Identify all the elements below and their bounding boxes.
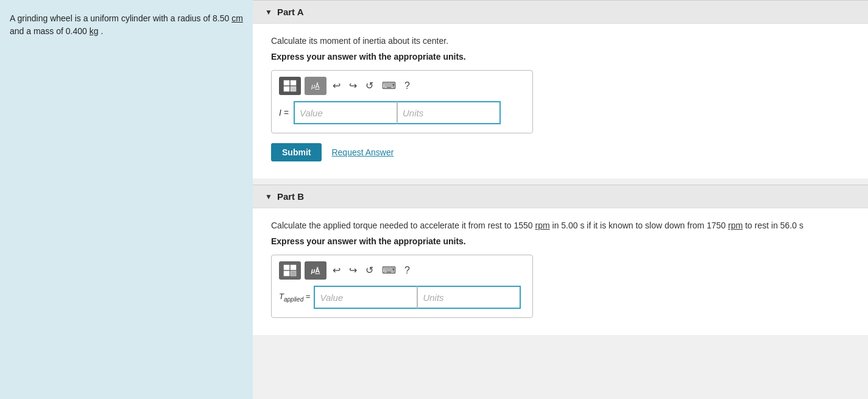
part-a-toolbar: μÅ ↩ ↪ ↺ ⌨ ? [279, 77, 525, 95]
part-a-units-input[interactable] [397, 101, 501, 124]
part-a-label: Part A [277, 7, 304, 17]
part-b-grid-btn[interactable] [279, 261, 301, 280]
part-a-ua-btn[interactable]: μÅ [305, 77, 326, 95]
part-b-input-row: Tapplied = [279, 286, 525, 309]
part-b-question: Calculate the applied torque needed to a… [271, 221, 850, 230]
part-a-action-row: Submit Request Answer [271, 143, 850, 161]
part-b-reset-btn[interactable]: ↺ [363, 264, 376, 277]
svg-rect-6 [284, 271, 289, 276]
svg-rect-5 [291, 265, 296, 270]
part-a-input-label: I = [279, 108, 289, 118]
part-a-input-row: I = [279, 101, 525, 124]
part-a-grid-btn[interactable] [279, 77, 301, 95]
sidebar: A grinding wheel is a uniform cylinder w… [0, 0, 253, 399]
part-b-express: Express your answer with the appropriate… [271, 236, 850, 246]
part-b-section: ▼ Part B Calculate the applied torque ne… [253, 185, 868, 335]
svg-rect-3 [291, 87, 296, 91]
part-b-answer-box: μÅ ↩ ↪ ↺ ⌨ ? Tapplied = [271, 255, 533, 318]
sidebar-problem-text: A grinding wheel is a uniform cylinder w… [10, 12, 243, 38]
part-a-section: ▼ Part A Calculate its moment of inertia… [253, 0, 868, 178]
svg-rect-4 [284, 265, 289, 270]
part-b-arrow-icon: ▼ [265, 192, 272, 201]
part-a-express: Express your answer with the appropriate… [271, 52, 850, 62]
part-b-undo-btn[interactable]: ↩ [330, 264, 343, 277]
part-b-header[interactable]: ▼ Part B [253, 185, 868, 208]
part-a-submit-button[interactable]: Submit [271, 143, 322, 161]
part-b-help-btn[interactable]: ? [402, 264, 412, 277]
part-b-units-input[interactable] [417, 286, 521, 309]
part-a-answer-box: μÅ ↩ ↪ ↺ ⌨ ? I = [271, 70, 533, 133]
part-b-body: Calculate the applied torque needed to a… [253, 208, 868, 335]
part-a-header[interactable]: ▼ Part A [253, 0, 868, 23]
part-a-undo-btn[interactable]: ↩ [330, 80, 343, 92]
part-b-label: Part B [277, 191, 304, 202]
part-a-reset-btn[interactable]: ↺ [363, 80, 376, 92]
part-a-help-btn[interactable]: ? [402, 80, 412, 92]
part-a-redo-btn[interactable]: ↪ [347, 80, 359, 92]
part-b-value-input[interactable] [314, 286, 417, 309]
main-content: ▼ Part A Calculate its moment of inertia… [253, 0, 868, 399]
part-a-request-answer-button[interactable]: Request Answer [331, 147, 393, 157]
svg-rect-1 [291, 80, 296, 85]
part-a-body: Calculate its moment of inertia about it… [253, 23, 868, 178]
part-a-question: Calculate its moment of inertia about it… [271, 36, 850, 46]
part-b-ua-btn[interactable]: μÅ [305, 261, 326, 280]
part-b-redo-btn[interactable]: ↪ [347, 264, 359, 277]
part-a-arrow-icon: ▼ [265, 8, 272, 16]
part-b-keyboard-btn[interactable]: ⌨ [379, 264, 398, 277]
part-b-input-label: Tapplied = [279, 292, 310, 303]
part-a-value-input[interactable] [294, 101, 397, 124]
part-a-keyboard-btn[interactable]: ⌨ [379, 80, 398, 92]
svg-rect-0 [284, 80, 289, 85]
svg-rect-7 [291, 271, 296, 276]
svg-rect-2 [284, 87, 289, 91]
part-b-toolbar: μÅ ↩ ↪ ↺ ⌨ ? [279, 261, 525, 280]
